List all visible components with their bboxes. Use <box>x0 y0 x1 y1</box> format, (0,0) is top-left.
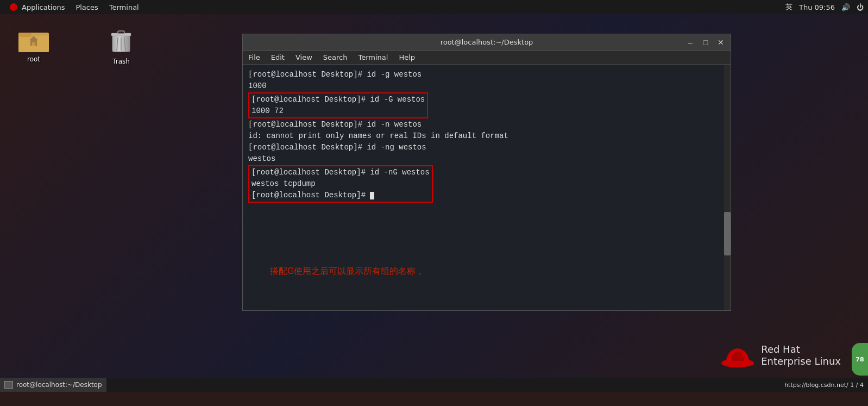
trash-svg <box>109 28 133 55</box>
term-line-11: [root@localhost Desktop]# <box>251 190 430 201</box>
annotation-text: 搭配G使用之后可以显示所有组的名称， <box>270 265 424 278</box>
term-line-7: [root@localhost Desktop]# id -ng westos <box>248 142 725 153</box>
terminal-title: root@localhost:~/Desktop <box>441 38 533 46</box>
top-menubar: Applications Places Terminal 英 Thu 09:56… <box>0 0 868 14</box>
window-controls: – □ ✕ <box>683 34 728 51</box>
power-icon: ⏻ <box>857 3 864 11</box>
term-line-10: westos tcpdump <box>251 178 430 190</box>
taskbar: root@localhost:~/Desktop https://blog.cs… <box>0 378 868 392</box>
maximize-button[interactable]: □ <box>698 35 713 50</box>
svg-rect-6 <box>32 42 35 46</box>
trash-icon[interactable]: Trash <box>106 25 136 67</box>
redhat-icon <box>10 3 17 11</box>
taskbar-icon <box>4 381 13 389</box>
volume-icon: 🔊 <box>841 3 850 11</box>
redhat-text: Red Hat Enterprise Linux <box>761 343 841 367</box>
trash-label: Trash <box>112 58 130 65</box>
terminal-menubar: File Edit View Search Terminal Help <box>243 51 731 65</box>
term-line-4: 1000 72 <box>251 105 425 117</box>
redhat-hat-svg <box>720 340 756 370</box>
svg-rect-3 <box>20 33 32 37</box>
redhat-logo-area: Red Hat Enterprise Linux <box>720 340 841 370</box>
top-bar-left: Applications Places Terminal <box>4 2 144 13</box>
taskbar-terminal-item[interactable]: root@localhost:~/Desktop <box>0 378 106 392</box>
highlight-block-1: [root@localhost Desktop]# id -G westos 1… <box>248 92 428 118</box>
term-line-1: [root@localhost Desktop]# id -g westos <box>248 69 725 80</box>
terminal-content[interactable]: [root@localhost Desktop]# id -g westos 1… <box>243 65 731 310</box>
term-line-8: westos <box>248 153 725 165</box>
trash-icon-container <box>108 27 134 55</box>
redhat-line1: Red Hat <box>761 343 841 355</box>
svg-rect-10 <box>118 31 124 34</box>
corner-number: 78 <box>856 356 864 363</box>
corner-circle: 78 <box>852 343 868 376</box>
places-menu[interactable]: Places <box>70 2 103 13</box>
terminal-submenu[interactable]: Terminal <box>353 52 393 63</box>
term-line-5: [root@localhost Desktop]# id -n westos <box>248 119 725 130</box>
help-menu[interactable]: Help <box>393 52 420 63</box>
taskbar-item-label: root@localhost:~/Desktop <box>16 381 102 389</box>
language-indicator: 英 <box>785 2 792 12</box>
close-button[interactable]: ✕ <box>713 35 728 50</box>
desktop: root <box>0 14 868 392</box>
places-label: Places <box>76 3 98 11</box>
root-folder-label: root <box>27 55 40 63</box>
applications-menu[interactable]: Applications <box>4 2 70 13</box>
clock: Thu 09:56 <box>799 3 835 11</box>
cursor <box>370 192 374 199</box>
root-folder-icon[interactable]: root <box>16 25 51 65</box>
term-line-2: 1000 <box>248 80 725 92</box>
term-line-3: [root@localhost Desktop]# id -G westos <box>251 94 425 105</box>
minimize-button[interactable]: – <box>683 35 698 50</box>
view-menu[interactable]: View <box>290 52 318 63</box>
file-menu[interactable]: File <box>243 52 266 63</box>
terminal-label: Terminal <box>109 3 139 11</box>
taskbar-right: https://blog.csdn.net/ 1 / 4 <box>784 382 864 389</box>
top-bar-right: 英 Thu 09:56 🔊 ⏻ <box>785 0 864 14</box>
highlight-block-2: [root@localhost Desktop]# id -nG westos … <box>248 165 433 203</box>
folder-svg <box>18 27 49 53</box>
edit-menu[interactable]: Edit <box>266 52 290 63</box>
term-line-6: id: cannot print only names or real IDs … <box>248 130 725 142</box>
terminal-titlebar: root@localhost:~/Desktop – □ ✕ <box>243 34 731 51</box>
redhat-line2: Enterprise Linux <box>761 355 841 367</box>
scrollbar-thumb[interactable] <box>724 212 731 255</box>
terminal-scrollbar[interactable] <box>724 65 731 310</box>
terminal-window: root@localhost:~/Desktop – □ ✕ File Edit… <box>242 34 731 311</box>
applications-label: Applications <box>22 3 65 11</box>
terminal-menu[interactable]: Terminal <box>104 2 144 13</box>
term-line-9: [root@localhost Desktop]# id -nG westos <box>251 167 430 178</box>
search-menu[interactable]: Search <box>318 52 353 63</box>
taskbar-page-info: https://blog.csdn.net/ 1 / 4 <box>784 382 864 389</box>
